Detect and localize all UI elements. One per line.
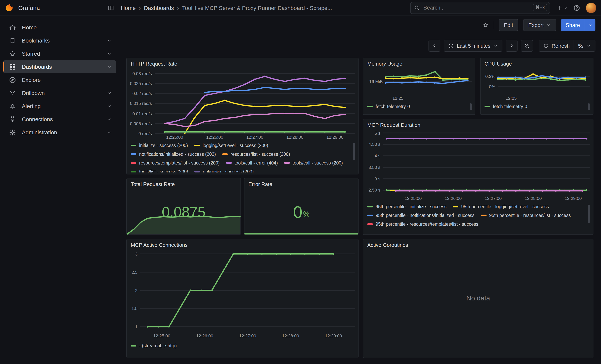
sidebar-item-bookmarks[interactable]: Bookmarks: [3, 34, 116, 47]
chevron-down-icon: [586, 43, 591, 48]
chevron-down-icon: [107, 38, 112, 43]
y-axis-label: 1.5: [131, 306, 138, 311]
x-axis-label: 12:28:00: [525, 196, 542, 201]
sidebar-item-administration[interactable]: Administration: [3, 126, 116, 139]
legend-item[interactable]: 95th percentile - initialize - success: [367, 204, 447, 210]
legend-label: fetch-telemetry-0: [493, 104, 527, 109]
nav-sidebar: HomeBookmarksStarredDashboardsExploreDri…: [0, 16, 119, 364]
star-icon: [482, 22, 489, 28]
grafana-logo-icon[interactable]: [5, 3, 14, 12]
refresh-icon: [543, 43, 549, 49]
legend-label: notifications/initialized - success (202…: [139, 152, 216, 157]
legend-item[interactable]: resources/list - success (200): [222, 151, 290, 157]
share-menu-button[interactable]: [585, 19, 595, 31]
legend-scrollbar[interactable]: [588, 103, 590, 111]
legend-item[interactable]: notifications/initialized - success (202…: [131, 151, 216, 157]
sidebar-item-label: Starred: [22, 50, 101, 57]
panel-title[interactable]: Memory Usage: [367, 61, 471, 67]
panel-title[interactable]: MCP Request Duration: [367, 122, 589, 128]
favorite-star-button[interactable]: [482, 22, 489, 28]
edit-button[interactable]: Edit: [499, 19, 518, 31]
brand: Grafana: [5, 3, 107, 12]
new-menu-button[interactable]: [556, 5, 568, 11]
y-axis-label: 0.025 req/s: [130, 81, 152, 86]
breadcrumb-dashboards[interactable]: Dashboards: [144, 5, 174, 11]
panel-title[interactable]: MCP Active Connections: [131, 242, 354, 248]
chart-legend: 95th percentile - initialize - success95…: [367, 204, 590, 227]
panel-title[interactable]: CPU Usage: [485, 61, 589, 67]
main-content: Edit Export Share Last 5 minutes: [119, 16, 601, 364]
sidebar-item-connections[interactable]: Connections: [3, 113, 116, 126]
chevron-down-icon: [107, 51, 112, 56]
sidebar-toggle-button[interactable]: [107, 4, 114, 11]
plus-icon: [556, 5, 563, 11]
panel-title[interactable]: Error Rate: [249, 181, 354, 187]
refresh-button[interactable]: Refresh: [538, 40, 574, 52]
sidebar-item-label: Bookmarks: [22, 37, 101, 44]
legend-item[interactable]: 95th percentile - notifications/initiali…: [367, 212, 474, 218]
chevron-left-icon: [432, 43, 437, 49]
y-axis-label: 0%: [489, 84, 495, 89]
x-axis-label: 12:28:00: [286, 135, 303, 139]
legend-item[interactable]: - (streamable-http): [131, 343, 177, 349]
sidebar-item-starred[interactable]: Starred: [3, 47, 116, 60]
help-button[interactable]: [573, 4, 580, 11]
sidebar-item-label: Connections: [22, 116, 101, 122]
legend-item[interactable]: 95th percentile - resources/list - succe…: [481, 212, 571, 218]
y-axis-label: 2.50 s: [369, 188, 381, 193]
x-axis: 12:25:0012:26:0012:27:0012:28:0012:29:00: [383, 195, 590, 202]
stat-unit: %: [303, 210, 310, 218]
sidebar-item-label: Alerting: [22, 103, 101, 109]
zoom-out-button[interactable]: [521, 40, 533, 52]
breadcrumb-current: ToolHive MCP Server & Proxy Runner Dashb…: [182, 5, 332, 11]
legend-item[interactable]: tools/list - success (200): [131, 168, 188, 172]
legend-scrollbar[interactable]: [353, 142, 355, 172]
time-back-button[interactable]: [429, 40, 441, 52]
share-button[interactable]: Share: [561, 19, 585, 31]
export-button[interactable]: Export: [523, 19, 556, 31]
legend-item[interactable]: resources/templates/list - success (200): [131, 160, 220, 166]
legend-item[interactable]: logging/setLevel - success (200): [194, 142, 268, 149]
legend-label: tools/call - success (200): [292, 160, 343, 165]
legend-label: 95th percentile - logging/setLevel - suc…: [461, 204, 549, 209]
legend-scrollbar[interactable]: [588, 204, 590, 234]
series-color-swatch: [367, 223, 373, 225]
sidebar-item-home[interactable]: Home: [3, 21, 116, 34]
time-range-picker[interactable]: Last 5 minutes: [444, 40, 502, 52]
user-avatar[interactable]: [586, 3, 596, 13]
legend-label: initialize - success (200): [139, 143, 188, 148]
legend-item[interactable]: initialize - success (200): [131, 142, 188, 149]
sidebar-item-dashboards[interactable]: Dashboards: [3, 60, 116, 73]
legend-label: tools/call - error (404): [234, 160, 278, 165]
legend-item[interactable]: tools/call - success (200): [284, 160, 343, 166]
chevron-down-icon: [588, 23, 593, 27]
edit-label: Edit: [504, 22, 513, 28]
legend-item[interactable]: fetch-telemetry-0: [367, 103, 410, 110]
legend-label: unknown - success (200): [203, 169, 254, 172]
panel-title[interactable]: HTTP Request Rate: [131, 61, 354, 67]
legend-scrollbar[interactable]: [470, 103, 472, 111]
y-axis: 2.50 s3 s3.50 s4 s4.50 s5 s: [367, 129, 383, 195]
breadcrumb-home[interactable]: Home: [121, 5, 136, 11]
sidebar-item-drilldown[interactable]: Drilldown: [3, 87, 116, 99]
legend-item[interactable]: unknown - success (200): [195, 168, 254, 172]
panel-title[interactable]: Total Request Rate: [131, 181, 237, 187]
sidebar-item-explore[interactable]: Explore: [3, 74, 116, 86]
x-axis-label: 12:29:00: [326, 135, 343, 139]
legend-item[interactable]: 95th percentile - resources/templates/li…: [367, 221, 478, 227]
legend-item[interactable]: tools/call - error (404): [226, 160, 278, 166]
y-axis-label: 4.50 s: [369, 142, 381, 147]
sidebar-item-label: Administration: [22, 129, 101, 136]
legend-item[interactable]: 95th percentile - logging/setLevel - suc…: [453, 204, 549, 210]
search-input[interactable]: [410, 2, 550, 14]
series-color-swatch: [131, 145, 136, 146]
panel-mcp-request-duration: MCP Request Duration 2.50 s3 s3.50 s4 s4…: [363, 119, 593, 235]
legend-label: logging/setLevel - success (200): [202, 143, 268, 148]
toolbar-divider: [493, 21, 494, 29]
legend-item[interactable]: fetch-telemetry-0: [485, 103, 527, 110]
chevron-down-icon: [546, 23, 551, 27]
search-box[interactable]: ⌘+k: [410, 2, 550, 14]
refresh-interval-picker[interactable]: 5s: [574, 40, 595, 52]
sidebar-item-alerting[interactable]: Alerting: [3, 100, 116, 112]
time-forward-button[interactable]: [505, 40, 517, 52]
